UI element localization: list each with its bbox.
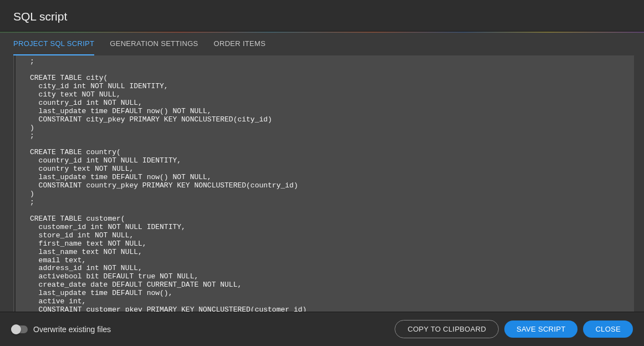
tab-project-sql-script[interactable]: PROJECT SQL SCRIPT bbox=[13, 33, 94, 55]
dialog-title: SQL script bbox=[13, 10, 631, 23]
dialog-footer: Overwrite existing files COPY TO CLIPBOA… bbox=[0, 312, 644, 346]
accent-bar bbox=[0, 32, 644, 33]
code-content[interactable]: ; CREATE TABLE city( city_id int NOT NUL… bbox=[13, 55, 634, 312]
toggle-track bbox=[11, 325, 28, 333]
sql-script-dialog: SQL script PROJECT SQL SCRIPT GENERATION… bbox=[0, 0, 644, 346]
close-button[interactable]: CLOSE bbox=[583, 320, 633, 338]
sql-code-editor[interactable]: ; CREATE TABLE city( city_id int NOT NUL… bbox=[13, 55, 634, 312]
tab-order-items[interactable]: ORDER ITEMS bbox=[214, 33, 266, 55]
code-gutter bbox=[14, 55, 16, 312]
tabs-bar: PROJECT SQL SCRIPT GENERATION SETTINGS O… bbox=[0, 33, 644, 55]
save-script-button[interactable]: SAVE SCRIPT bbox=[504, 320, 577, 338]
toggle-knob bbox=[11, 324, 21, 334]
tab-generation-settings[interactable]: GENERATION SETTINGS bbox=[110, 33, 198, 55]
copy-to-clipboard-button[interactable]: COPY TO CLIPBOARD bbox=[395, 320, 499, 338]
overwrite-toggle[interactable]: Overwrite existing files bbox=[11, 325, 111, 334]
dialog-header: SQL script bbox=[0, 0, 644, 32]
overwrite-label: Overwrite existing files bbox=[33, 325, 111, 334]
